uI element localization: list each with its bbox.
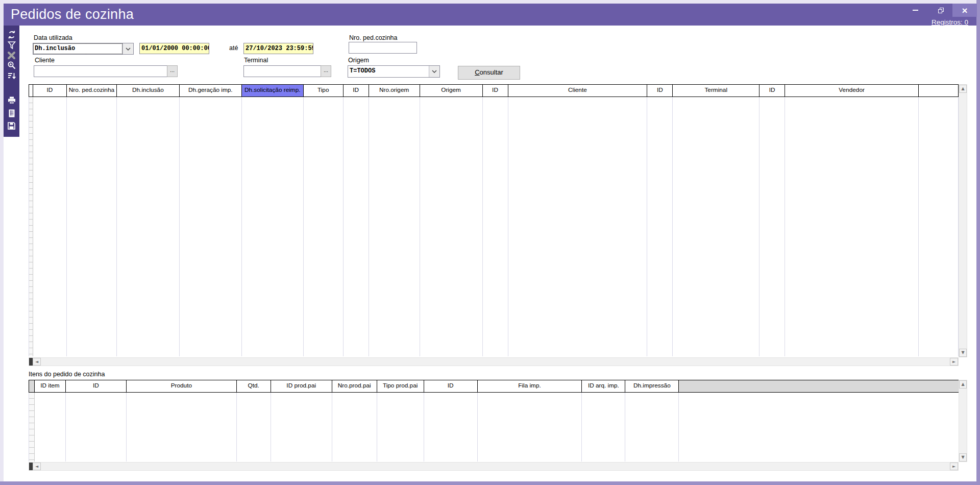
origem-label: Origem	[348, 57, 369, 64]
column-header-produto[interactable]: Produto	[127, 380, 237, 392]
column-header-vendedor[interactable]: Vendedor	[785, 85, 919, 96]
column-header-terminal[interactable]: Terminal	[673, 85, 760, 96]
column-header-dh-geracao-imp[interactable]: Dh.geração imp.	[180, 85, 242, 96]
scroll-left-icon[interactable]: ◄	[33, 358, 41, 366]
items-section-title: Itens do pedido de cozinha	[29, 371, 105, 378]
column-header-dh-inclusao[interactable]: Dh.inclusão	[117, 85, 180, 96]
column-header-id[interactable]: ID	[33, 85, 67, 96]
scroll-track[interactable]	[959, 389, 967, 453]
column-header-cliente[interactable]: Cliente	[508, 85, 648, 96]
scroll-track[interactable]	[41, 358, 950, 366]
column-header-id-prod-pai[interactable]: ID prod.pai	[271, 380, 332, 392]
grid-column-id	[760, 97, 785, 356]
grid-column-origem	[420, 97, 483, 356]
app-window: Pedidos de cozinha × Registros: 0	[0, 0, 980, 485]
grid-column-nro-prod-pai	[332, 393, 377, 462]
grid-column-id	[647, 97, 673, 356]
filter-button[interactable]	[4, 40, 19, 50]
grid-column-tipo-prod-pai	[377, 393, 424, 462]
origem-combo[interactable]: T=TODOS	[348, 65, 440, 78]
column-header-id[interactable]: ID	[647, 85, 673, 96]
grid-column-terminal	[673, 97, 760, 356]
orders-table-body[interactable]	[29, 97, 959, 356]
scroll-right-icon[interactable]: ►	[950, 358, 958, 366]
scroll-up-icon[interactable]: ▲	[959, 380, 967, 389]
restore-button[interactable]	[929, 4, 952, 17]
row-selector-header	[29, 380, 35, 392]
column-header-origem[interactable]: Origem	[420, 85, 483, 96]
column-header-qtd[interactable]: Qtd.	[237, 380, 271, 392]
orders-vertical-scrollbar[interactable]: ▲ ▼	[959, 84, 967, 357]
nro-ped-input[interactable]	[349, 42, 417, 54]
grid-column-dh-impressao	[625, 393, 679, 462]
items-table-body[interactable]	[29, 393, 959, 462]
grid-column-nro-origem	[369, 97, 420, 356]
scroll-position-marker	[29, 463, 33, 470]
items-vertical-scrollbar[interactable]: ▲ ▼	[959, 380, 967, 462]
items-table-header: ID itemIDProdutoQtd.ID prod.paiNro.prod.…	[29, 380, 959, 393]
terminal-browse-button[interactable]: ...	[321, 65, 331, 77]
scroll-left-icon[interactable]: ◄	[33, 463, 41, 470]
scroll-down-icon[interactable]: ▼	[959, 349, 967, 357]
grid-column-id-prod-pai	[271, 393, 332, 462]
zoom-button[interactable]	[4, 60, 19, 70]
column-header-id-arq-imp[interactable]: ID arq. imp.	[582, 380, 625, 392]
sort-button[interactable]	[4, 70, 19, 81]
column-header-blank[interactable]	[679, 380, 959, 392]
column-header-id[interactable]: ID	[344, 85, 369, 96]
clear-filter-icon	[7, 51, 16, 60]
clear-filter-button[interactable]	[4, 50, 19, 60]
grid-column-id	[483, 97, 508, 356]
column-header-fila-imp[interactable]: Fila imp.	[478, 380, 582, 392]
cliente-input[interactable]	[34, 65, 167, 77]
column-header-dh-solicitacao-reimp[interactable]: Dh.solicitação reimp.	[242, 85, 304, 96]
filter-icon	[7, 41, 16, 50]
data-utilizada-combo[interactable]: Dh.inclusão	[33, 43, 134, 55]
date-to-field[interactable]: 27/10/2023 23:59:59	[243, 43, 313, 54]
column-header-id[interactable]: ID	[483, 85, 508, 96]
data-utilizada-value: Dh.inclusão	[33, 43, 122, 54]
print-button[interactable]	[4, 95, 19, 105]
scroll-up-icon[interactable]: ▲	[959, 85, 967, 93]
close-button[interactable]: ×	[952, 4, 977, 17]
orders-horizontal-scrollbar[interactable]: ◄ ►	[29, 357, 959, 366]
grid-column-qtd	[237, 393, 271, 462]
chevron-down-icon[interactable]	[429, 66, 439, 77]
save-button[interactable]	[4, 120, 19, 131]
column-header-nro-origem[interactable]: Nro.origem	[369, 85, 420, 96]
report-button[interactable]	[4, 108, 19, 118]
window-frame	[0, 0, 4, 485]
column-header-nro-ped-cozinha[interactable]: Nro. ped.cozinha	[67, 85, 117, 96]
column-header-id[interactable]: ID	[760, 85, 785, 96]
close-icon: ×	[962, 6, 967, 15]
column-header-nro-prod-pai[interactable]: Nro.prod.pai	[332, 380, 377, 392]
column-header-id-item[interactable]: ID item	[35, 380, 66, 392]
orders-table-header: IDNro. ped.cozinhaDh.inclusãoDh.geração …	[29, 84, 959, 97]
cliente-browse-button[interactable]: ...	[167, 65, 178, 77]
column-header-tipo-prod-pai[interactable]: Tipo prod.pai	[377, 380, 424, 392]
consultar-button[interactable]: Consultar	[458, 66, 520, 80]
column-header-id[interactable]: ID	[66, 380, 127, 392]
refresh-button[interactable]	[4, 30, 19, 40]
report-icon	[8, 109, 16, 118]
scroll-right-icon[interactable]: ►	[950, 463, 958, 470]
grid-column-fila-imp	[478, 393, 582, 462]
terminal-input[interactable]	[243, 65, 321, 77]
chevron-down-icon[interactable]	[122, 43, 133, 54]
column-header-tipo[interactable]: Tipo	[304, 85, 344, 96]
grid-column-blank	[919, 97, 959, 356]
date-from-field[interactable]: 01/01/2000 00:00:00	[139, 43, 209, 54]
grid-column-nro-ped-cozinha	[67, 97, 117, 356]
items-horizontal-scrollbar[interactable]: ◄ ►	[29, 462, 959, 471]
scroll-down-icon[interactable]: ▼	[959, 453, 967, 462]
column-header-id[interactable]: ID	[424, 380, 478, 392]
scroll-track[interactable]	[959, 93, 967, 349]
window-frame	[0, 481, 980, 485]
minimize-button[interactable]	[903, 4, 927, 17]
refresh-icon	[7, 30, 16, 39]
registros-link[interactable]: Registros: 0	[932, 18, 968, 26]
column-header-dh-impressao[interactable]: Dh.impressão	[625, 380, 679, 392]
scroll-track[interactable]	[41, 463, 950, 470]
column-header-blank[interactable]	[919, 85, 959, 96]
nro-ped-label: Nro. ped.cozinha	[349, 34, 398, 41]
